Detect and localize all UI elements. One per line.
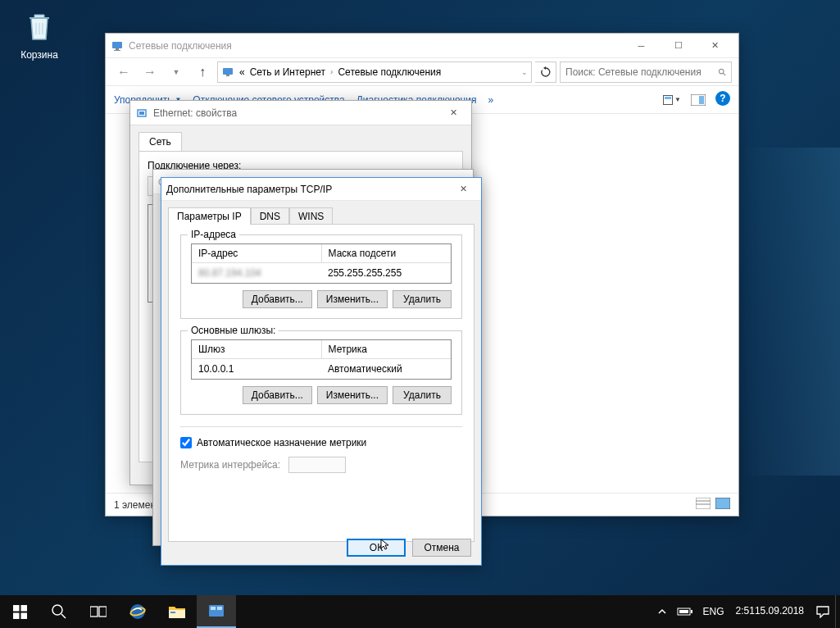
ie-taskbar-button[interactable]: [118, 595, 157, 628]
battery-icon[interactable]: [672, 595, 698, 628]
add-ip-button[interactable]: Добавить...: [243, 290, 312, 308]
svg-rect-1: [116, 48, 119, 50]
close-button[interactable]: ✕: [440, 102, 466, 125]
status-item-count: 1 элемен: [114, 499, 156, 511]
close-button[interactable]: ✕: [450, 179, 476, 200]
col-gateway: Шлюз: [192, 340, 322, 359]
svg-rect-2: [114, 50, 120, 51]
ip-addresses-table[interactable]: IP-адрес Маска подсети 80.87.194.104 255…: [191, 243, 452, 284]
cell-gateway: 10.0.0.1: [192, 359, 321, 379]
recycle-bin-label: Корзина: [8, 49, 70, 61]
svg-rect-24: [170, 612, 175, 613]
svg-rect-15: [13, 612, 20, 619]
address-path[interactable]: « Сеть и Интернет › Сетевые подключения …: [217, 61, 532, 83]
refresh-icon: [540, 66, 552, 78]
more-tools-button[interactable]: »: [488, 94, 493, 106]
svg-point-17: [52, 605, 62, 615]
svg-rect-6: [699, 96, 704, 104]
delete-gw-button[interactable]: Удалить: [393, 386, 452, 404]
table-row[interactable]: 10.0.0.1 Автоматический: [192, 359, 451, 379]
network-icon: [111, 39, 124, 52]
task-view-button[interactable]: [79, 595, 118, 628]
preview-pane-button[interactable]: [689, 91, 707, 109]
tab-dns[interactable]: DNS: [251, 207, 289, 225]
details-view-icon[interactable]: [696, 498, 711, 512]
gateways-table[interactable]: Шлюз Метрика 10.0.0.1 Автоматический: [191, 339, 452, 380]
dialog-footer: ОК Отмена: [347, 539, 471, 557]
recycle-bin-desktop-icon[interactable]: Корзина: [8, 7, 70, 61]
auto-metric-label: Автоматическое назначение метрики: [197, 437, 366, 448]
forward-button[interactable]: →: [138, 61, 161, 83]
back-button[interactable]: ←: [112, 61, 135, 83]
svg-rect-4: [226, 75, 229, 76]
svg-rect-29: [691, 610, 692, 613]
search-button[interactable]: [39, 595, 79, 628]
svg-rect-16: [20, 612, 27, 619]
svg-point-21: [130, 604, 145, 619]
edit-ip-button[interactable]: Изменить...: [317, 290, 388, 308]
up-button[interactable]: ↑: [191, 61, 214, 83]
svg-rect-13: [13, 605, 20, 612]
control-panel-taskbar-button[interactable]: [197, 595, 236, 628]
nc-addressbar: ← → ▼ ↑ « Сеть и Интернет › Сетевые подк…: [106, 58, 738, 86]
svg-rect-20: [99, 607, 107, 617]
add-gw-button[interactable]: Добавить...: [243, 386, 312, 404]
eth-titlebar[interactable]: Ethernet: свойства ✕: [130, 101, 471, 125]
clock[interactable]: 2:51 15.09.2018: [729, 595, 810, 628]
language-indicator[interactable]: ENG: [698, 595, 729, 628]
search-box[interactable]: ⚲: [560, 61, 732, 83]
minimize-button[interactable]: ─: [623, 34, 660, 57]
path-dropdown-icon[interactable]: ⌄: [521, 68, 528, 76]
col-metric: Метрика: [322, 340, 452, 359]
path-segment-2[interactable]: Сетевые подключения: [338, 66, 441, 78]
auto-metric-row: Автоматическое назначение метрики: [180, 437, 462, 448]
explorer-taskbar-button[interactable]: [157, 595, 197, 628]
tray-overflow-button[interactable]: [652, 595, 672, 628]
start-button[interactable]: [0, 595, 39, 628]
tab-ip-settings[interactable]: Параметры IP: [168, 207, 251, 225]
close-button[interactable]: ✕: [697, 34, 733, 57]
search-input[interactable]: [565, 66, 719, 78]
delete-ip-button[interactable]: Удалить: [393, 290, 452, 308]
path-segment-1[interactable]: Сеть и Интернет: [250, 66, 325, 78]
show-desktop-button[interactable]: [835, 595, 840, 628]
action-center-button[interactable]: [810, 595, 835, 628]
nc-titlebar[interactable]: Сетевые подключения ─ ☐ ✕: [106, 34, 738, 58]
svg-rect-30: [679, 610, 688, 613]
svg-rect-26: [211, 607, 216, 610]
svg-rect-14: [20, 605, 27, 612]
refresh-button[interactable]: [535, 61, 556, 83]
table-header: IP-адрес Маска подсети: [192, 244, 451, 263]
ip-group-label: IP-адреса: [188, 229, 239, 240]
tcp-title: Дополнительные параметры TCP/IP: [166, 184, 450, 195]
tcp-titlebar[interactable]: Дополнительные параметры TCP/IP ✕: [161, 178, 481, 201]
taskbar: ENG 2:51 15.09.2018: [0, 595, 840, 628]
tab-wins[interactable]: WINS: [289, 207, 333, 225]
view-options-button[interactable]: ▼: [663, 91, 681, 109]
tab-network[interactable]: Сеть: [138, 132, 182, 151]
svg-line-18: [61, 614, 66, 618]
maximize-button[interactable]: ☐: [660, 34, 697, 57]
svg-rect-10: [715, 498, 730, 509]
svg-rect-19: [90, 607, 98, 617]
recycle-bin-icon: [20, 7, 59, 46]
help-button[interactable]: ?: [715, 91, 730, 106]
table-header: Шлюз Метрика: [192, 340, 451, 359]
date-text: 15.09.2018: [755, 605, 804, 618]
ethernet-icon: [135, 107, 148, 120]
tcpip-advanced-window[interactable]: Дополнительные параметры TCP/IP ✕ Параме…: [161, 177, 482, 566]
system-tray: ENG 2:51 15.09.2018: [652, 595, 840, 628]
recent-button[interactable]: ▼: [165, 61, 188, 83]
svg-rect-27: [217, 607, 222, 610]
auto-metric-checkbox[interactable]: [180, 437, 192, 448]
col-ip-address: IP-адрес: [192, 244, 322, 263]
ip-addresses-group: IP-адреса IP-адрес Маска подсети 80.87.1…: [180, 234, 462, 319]
edit-gw-button[interactable]: Изменить...: [317, 386, 388, 404]
svg-rect-0: [112, 42, 122, 48]
interface-metric-label: Метрика интерфейса:: [180, 459, 280, 471]
cell-ip: 80.87.194.104: [192, 263, 321, 283]
large-view-icon[interactable]: [715, 498, 730, 512]
ok-button[interactable]: ОК: [347, 539, 406, 557]
cancel-button[interactable]: Отмена: [412, 539, 471, 557]
table-row[interactable]: 80.87.194.104 255.255.255.255: [192, 263, 451, 283]
